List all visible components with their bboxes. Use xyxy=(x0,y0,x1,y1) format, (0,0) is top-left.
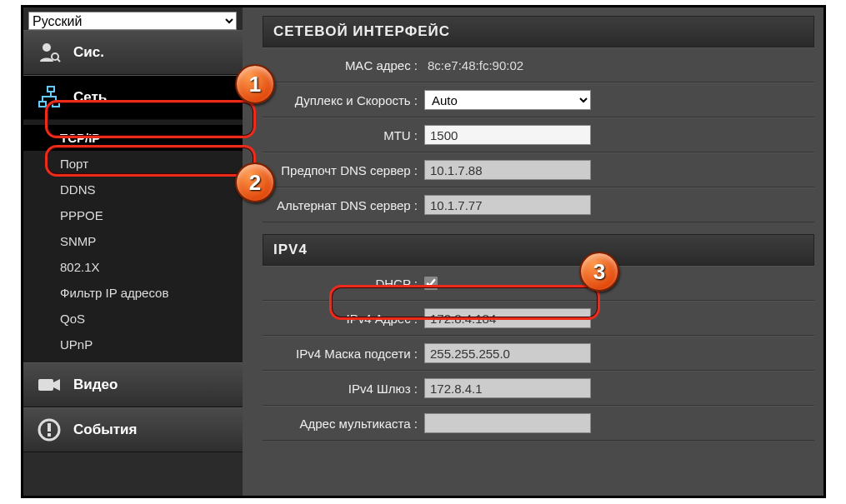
dns2-input[interactable] xyxy=(424,195,591,215)
sub-item-pppoe[interactable]: PPPOE xyxy=(23,202,243,228)
sub-item-8021x[interactable]: 802.1X xyxy=(23,254,243,280)
dns1-input[interactable] xyxy=(424,160,591,180)
row-dns1: Предпочт DNS сервер : xyxy=(263,152,814,187)
svg-point-1 xyxy=(52,53,58,60)
ipv4addr-input[interactable] xyxy=(424,308,591,328)
section-title-ipv4: IPV4 xyxy=(263,234,814,266)
multicast-input[interactable] xyxy=(424,413,591,433)
ipv4gw-input[interactable] xyxy=(424,378,591,398)
sidebar-item-label: Сеть xyxy=(73,89,107,106)
row-dhcp: DHCP : xyxy=(263,266,814,301)
sidebar-item-video[interactable]: Видео xyxy=(23,362,243,407)
sub-item-qos[interactable]: QoS xyxy=(23,306,243,332)
sub-item-snmp[interactable]: SNMP xyxy=(23,228,243,254)
svg-rect-3 xyxy=(39,102,46,107)
svg-rect-8 xyxy=(48,433,51,437)
svg-point-0 xyxy=(43,43,51,52)
label-ipv4gw: IPv4 Шлюз : xyxy=(269,382,424,396)
row-dns2: Альтернат DNS сервер : xyxy=(263,187,814,222)
label-dns2: Альтернат DNS сервер : xyxy=(269,198,424,212)
duplex-select[interactable]: Auto xyxy=(424,90,591,110)
svg-rect-4 xyxy=(53,102,59,107)
sub-item-ddns[interactable]: DDNS xyxy=(23,177,243,202)
section-title-network-interface: СЕТЕВОЙ ИНТЕРФЕЙС xyxy=(263,16,814,47)
sidebar-item-network[interactable]: Сеть xyxy=(23,75,243,120)
label-dns1: Предпочт DNS сервер : xyxy=(269,163,424,177)
sidebar-item-label: События xyxy=(73,422,137,438)
row-mac: MAC адрес : 8c:e7:48:fc:90:02 xyxy=(263,47,814,82)
camera-icon xyxy=(35,371,63,399)
ipv4mask-input[interactable] xyxy=(424,343,591,363)
sidebar-item-system[interactable]: Сис. xyxy=(23,30,243,75)
label-mtu: MTU : xyxy=(269,128,424,142)
user-settings-icon xyxy=(35,38,63,67)
row-ipv4mask: IPv4 Маска подсети : xyxy=(263,336,814,371)
svg-rect-2 xyxy=(48,87,54,92)
alert-icon xyxy=(35,416,63,444)
svg-rect-7 xyxy=(48,423,51,432)
sub-item-upnp[interactable]: UPnP xyxy=(23,332,243,357)
row-ipv4gw: IPv4 Шлюз : xyxy=(263,371,814,406)
row-duplex: Дуплекс и Скорость : Auto xyxy=(263,82,814,117)
label-mac: MAC адрес : xyxy=(269,58,424,72)
main-panel: СЕТЕВОЙ ИНТЕРФЕЙС MAC адрес : 8c:e7:48:f… xyxy=(253,7,824,496)
sub-item-tcpip[interactable]: TCP/IP xyxy=(23,125,243,151)
row-ipv4addr: IPv4 Адрес : xyxy=(263,301,814,336)
sub-item-ipfilter[interactable]: Фильтр IP адресов xyxy=(23,280,243,306)
label-duplex: Дуплекс и Скорость : xyxy=(269,93,424,107)
label-ipv4mask: IPv4 Маска подсети : xyxy=(269,347,424,361)
network-tree-icon xyxy=(35,83,63,112)
sidebar-item-events[interactable]: События xyxy=(23,407,243,452)
sidebar-item-label: Сис. xyxy=(73,44,104,61)
app-window: Русский Сис. Сеть TCP/IP Порт DDNS PPPOE… xyxy=(21,5,826,498)
sub-item-port[interactable]: Порт xyxy=(23,151,243,177)
language-select[interactable]: Русский xyxy=(28,12,237,30)
dhcp-checkbox[interactable] xyxy=(424,277,438,290)
label-multicast: Адрес мультикаста : xyxy=(269,417,424,431)
row-multicast: Адрес мультикаста : xyxy=(263,406,814,441)
value-mac: 8c:e7:48:fc:90:02 xyxy=(424,58,523,72)
sidebar-item-label: Видео xyxy=(73,377,118,393)
network-subitems: TCP/IP Порт DDNS PPPOE SNMP 802.1X Фильт… xyxy=(23,120,243,362)
sidebar: Русский Сис. Сеть TCP/IP Порт DDNS PPPOE… xyxy=(23,7,243,496)
row-mtu: MTU : xyxy=(263,117,814,152)
svg-rect-5 xyxy=(38,379,53,391)
label-ipv4addr: IPv4 Адрес : xyxy=(269,312,424,326)
label-dhcp: DHCP : xyxy=(269,277,424,291)
mtu-input[interactable] xyxy=(424,125,591,145)
